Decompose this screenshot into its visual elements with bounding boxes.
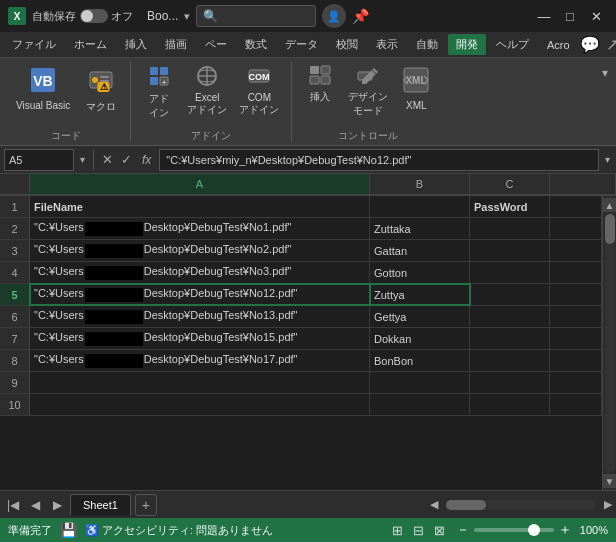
row-num-6[interactable]: 6 bbox=[0, 306, 30, 327]
filename-dropdown[interactable]: ▾ bbox=[184, 10, 190, 23]
cell-b9[interactable] bbox=[370, 372, 470, 393]
cell-c7[interactable] bbox=[470, 328, 550, 349]
cell-c4[interactable] bbox=[470, 262, 550, 283]
row-num-8[interactable]: 8 bbox=[0, 350, 30, 371]
row-num-9[interactable]: 9 bbox=[0, 372, 30, 393]
zoom-minus-button[interactable]: － bbox=[456, 521, 470, 539]
cell-a6[interactable]: "C:¥UsersDesktop¥DebugTest¥No13.pdf" bbox=[30, 306, 370, 327]
menu-auto[interactable]: 自動 bbox=[408, 34, 446, 55]
formula-confirm-icon[interactable]: ✓ bbox=[119, 150, 134, 169]
cell-c10[interactable] bbox=[470, 394, 550, 415]
hscroll-left[interactable]: ◀ bbox=[430, 498, 438, 511]
col-header-c[interactable]: C bbox=[470, 174, 550, 195]
menu-draw[interactable]: 描画 bbox=[157, 34, 195, 55]
page-layout-button[interactable]: ⊟ bbox=[409, 521, 427, 539]
formula-input[interactable]: "C:¥Users¥miy_n¥Desktop¥DebugTest¥No12.p… bbox=[159, 149, 599, 171]
menu-insert[interactable]: 挿入 bbox=[117, 34, 155, 55]
col-header-b[interactable]: B bbox=[370, 174, 470, 195]
scroll-thumb[interactable] bbox=[605, 214, 615, 244]
cell-a5[interactable]: "C:¥UsersDesktop¥DebugTest¥No12.pdf" bbox=[30, 284, 370, 305]
cell-b6[interactable]: Gettya bbox=[370, 306, 470, 327]
scroll-up-button[interactable]: ▲ bbox=[603, 198, 617, 212]
visual-basic-button[interactable]: VB Visual Basic bbox=[10, 62, 76, 115]
zoom-plus-button[interactable]: ＋ bbox=[558, 521, 572, 539]
cell-b8[interactable]: BonBon bbox=[370, 350, 470, 371]
cell-a4[interactable]: "C:¥UsersDesktop¥DebugTest¥No3.pdf" bbox=[30, 262, 370, 283]
cell-a9[interactable] bbox=[30, 372, 370, 393]
cell-b7[interactable]: Dokkan bbox=[370, 328, 470, 349]
search-bar[interactable]: 🔍 bbox=[196, 5, 316, 27]
cell-c2[interactable] bbox=[470, 218, 550, 239]
page-break-button[interactable]: ⊠ bbox=[430, 521, 448, 539]
cell-a10[interactable] bbox=[30, 394, 370, 415]
row-num-7[interactable]: 7 bbox=[0, 328, 30, 349]
cell-a7[interactable]: "C:¥UsersDesktop¥DebugTest¥No15.pdf" bbox=[30, 328, 370, 349]
scroll-down-button[interactable]: ▼ bbox=[603, 474, 617, 488]
cell-c5[interactable] bbox=[470, 284, 550, 305]
menu-review[interactable]: 校閲 bbox=[328, 34, 366, 55]
cell-c1[interactable]: PassWord bbox=[470, 196, 550, 217]
design-mode-button[interactable]: デザインモード bbox=[344, 62, 392, 120]
cell-a1[interactable]: FileName bbox=[30, 196, 370, 217]
sheet-nav-prev[interactable]: ◀ bbox=[26, 496, 44, 514]
cell-a2[interactable]: "C:¥UsersDesktop¥DebugTest¥No1.pdf" bbox=[30, 218, 370, 239]
addin-button[interactable]: + アドイン bbox=[139, 62, 179, 122]
excel-addin-button[interactable]: Excelアドイン bbox=[183, 62, 231, 119]
ribbon-collapse-button[interactable]: ▾ bbox=[598, 62, 612, 84]
menu-dev[interactable]: 開発 bbox=[448, 34, 486, 55]
hscroll-thumb[interactable] bbox=[446, 500, 486, 510]
horizontal-scrollbar[interactable] bbox=[446, 500, 596, 510]
close-button[interactable]: ✕ bbox=[584, 4, 608, 28]
zoom-thumb[interactable] bbox=[528, 524, 540, 536]
cell-c6[interactable] bbox=[470, 306, 550, 327]
normal-view-button[interactable]: ⊞ bbox=[388, 521, 406, 539]
menu-formula[interactable]: 数式 bbox=[237, 34, 275, 55]
cell-c3[interactable] bbox=[470, 240, 550, 261]
xml-button[interactable]: XML XML bbox=[396, 62, 436, 115]
row-num-2[interactable]: 2 bbox=[0, 218, 30, 239]
cell-b4[interactable]: Gotton bbox=[370, 262, 470, 283]
cell-b5[interactable]: Zuttya bbox=[370, 284, 470, 305]
menu-page[interactable]: ペー bbox=[197, 34, 235, 55]
insert-control-button[interactable]: 挿入 bbox=[300, 62, 340, 106]
row-num-10[interactable]: 10 bbox=[0, 394, 30, 415]
menu-file[interactable]: ファイル bbox=[4, 34, 64, 55]
menu-acro[interactable]: Acro bbox=[539, 36, 578, 54]
autosave-toggle[interactable]: オフ bbox=[80, 9, 133, 24]
formula-fx-icon[interactable]: fx bbox=[138, 153, 155, 167]
minimize-button[interactable]: — bbox=[532, 4, 556, 28]
name-box-dropdown[interactable]: ▾ bbox=[78, 154, 87, 165]
profile-icon[interactable]: 👤 bbox=[322, 4, 346, 28]
row-num-1[interactable]: 1 bbox=[0, 196, 30, 217]
vertical-scrollbar[interactable]: ▲ ▼ bbox=[602, 196, 616, 490]
cell-a8[interactable]: "C:¥UsersDesktop¥DebugTest¥No17.pdf" bbox=[30, 350, 370, 371]
row-num-4[interactable]: 4 bbox=[0, 262, 30, 283]
macro-button[interactable]: ⚠ マクロ bbox=[80, 62, 122, 118]
sheet-nav-first[interactable]: |◀ bbox=[4, 496, 22, 514]
zoom-track[interactable] bbox=[474, 528, 554, 532]
menu-data[interactable]: データ bbox=[277, 34, 326, 55]
maximize-button[interactable]: □ bbox=[558, 4, 582, 28]
cell-b3[interactable]: Gattan bbox=[370, 240, 470, 261]
row-num-3[interactable]: 3 bbox=[0, 240, 30, 261]
cell-b1[interactable] bbox=[370, 196, 470, 217]
cell-c9[interactable] bbox=[470, 372, 550, 393]
menu-home[interactable]: ホーム bbox=[66, 34, 115, 55]
share-icon[interactable]: ↗ bbox=[606, 35, 616, 54]
formula-dropdown[interactable]: ▾ bbox=[603, 154, 612, 165]
row-num-5[interactable]: 5 bbox=[0, 284, 30, 305]
formula-cancel-icon[interactable]: ✕ bbox=[100, 150, 115, 169]
name-box[interactable]: A5 bbox=[4, 149, 74, 171]
scroll-track[interactable] bbox=[605, 214, 615, 472]
cell-c8[interactable] bbox=[470, 350, 550, 371]
cell-b2[interactable]: Zuttaka bbox=[370, 218, 470, 239]
sheet-tab-sheet1[interactable]: Sheet1 bbox=[70, 494, 131, 516]
cell-a3[interactable]: "C:¥UsersDesktop¥DebugTest¥No2.pdf" bbox=[30, 240, 370, 261]
col-header-a[interactable]: A bbox=[30, 174, 370, 195]
sheet-nav-next[interactable]: ▶ bbox=[48, 496, 66, 514]
menu-help[interactable]: ヘルプ bbox=[488, 34, 537, 55]
add-sheet-button[interactable]: + bbox=[135, 494, 157, 516]
cell-b10[interactable] bbox=[370, 394, 470, 415]
com-addin-button[interactable]: COM COMアドイン bbox=[235, 62, 283, 119]
hscroll-right[interactable]: ▶ bbox=[604, 498, 612, 511]
